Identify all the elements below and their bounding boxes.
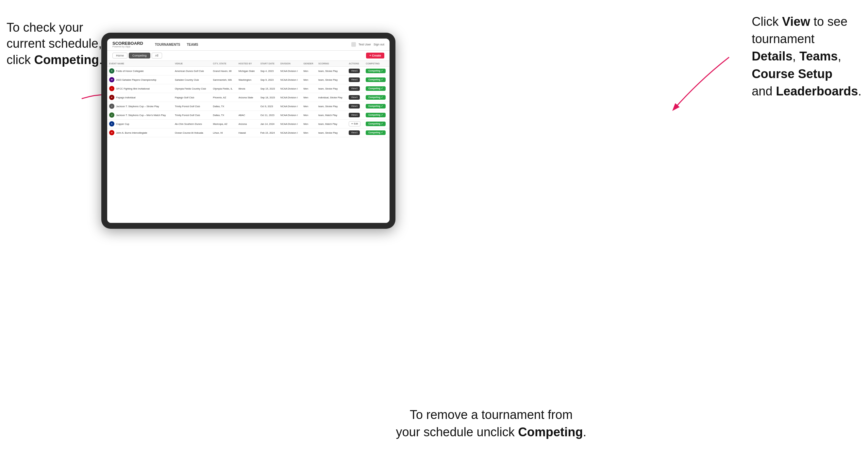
tab-home[interactable]: Home [113, 53, 127, 59]
create-button[interactable]: + Create [366, 53, 384, 59]
team-logo: S [109, 68, 114, 73]
cell-division: NCAA Division I [278, 102, 301, 111]
tablet-screen: SCOREBOARD Powered by clippi TOURNAMENTS… [107, 38, 390, 223]
table-row: J Jackson T. Stephens Cup – Men's Match … [107, 111, 390, 120]
cell-division: NCAA Division I [278, 84, 301, 93]
event-name-text: Folds of Honor Collegiate [116, 70, 144, 72]
competing-button[interactable]: Competing ✓ [366, 86, 385, 91]
nav-links: TOURNAMENTS TEAMS [155, 43, 198, 46]
cell-hosted-by [237, 102, 258, 111]
competing-button[interactable]: Competing ✓ [366, 122, 385, 126]
cell-division: NCAA Division I [278, 93, 301, 102]
cell-venue: Trinity Forest Golf Club [173, 102, 211, 111]
cell-competing: Competing ✓ [364, 93, 390, 102]
event-name-text: John A. Burns Intercollegiate [116, 131, 147, 134]
table-row: I OFCC Fighting Illini Invitational Olym… [107, 84, 390, 93]
team-logo: I [109, 86, 114, 91]
cell-hosted-by: ABAC [237, 111, 258, 120]
app-header: SCOREBOARD Powered by clippi TOURNAMENTS… [107, 38, 390, 51]
cell-division: NCAA Division I [278, 120, 301, 128]
nav-tournaments[interactable]: TOURNAMENTS [155, 43, 180, 46]
cell-event-name: H John A. Burns Intercollegiate [107, 128, 173, 137]
competing-button[interactable]: Competing ✓ [366, 113, 385, 117]
table-row: W 2023 Sahalee Players Championship Saha… [107, 75, 390, 84]
view-button[interactable]: View ℹ [349, 69, 360, 73]
cell-event-name: W 2023 Sahalee Players Championship [107, 75, 173, 84]
cell-competing: Competing ✓ [364, 84, 390, 93]
arrow-to-view-button [667, 54, 733, 113]
view-button[interactable]: View ℹ [349, 130, 360, 135]
cell-actions: View ℹ [347, 67, 364, 75]
table-row: S Folds of Honor Collegiate American Dun… [107, 67, 390, 75]
cell-start-date: Sep 15, 2023 [258, 84, 278, 93]
cell-event-name: P Papago Individual [107, 93, 173, 102]
cell-event-name: J Jackson T. Stephens Cup – Men's Match … [107, 111, 173, 120]
competing-button[interactable]: Competing ✓ [366, 95, 385, 100]
tournaments-table: EVENT NAME VENUE CITY, STATE HOSTED BY S… [107, 61, 390, 137]
cell-division: NCAA Division I [278, 111, 301, 120]
table-row: P Papago Individual Papago Golf ClubPhoe… [107, 93, 390, 102]
cell-start-date: Sep 18, 2023 [258, 93, 278, 102]
col-gender: GENDER [302, 61, 317, 67]
user-icon [351, 42, 356, 47]
competing-button[interactable]: Competing ✓ [366, 77, 385, 82]
cell-gender: Men [302, 102, 317, 111]
view-button[interactable]: View ℹ [349, 86, 360, 91]
cell-competing: Competing ✓ [364, 111, 390, 120]
cell-city-state: Dallas, TX [211, 111, 237, 120]
annotation-bottom: To remove a tournament from your schedul… [396, 406, 586, 441]
cell-actions: View ℹ [347, 93, 364, 102]
col-scoring: SCORING [316, 61, 347, 67]
logo-text: SCOREBOARD [113, 41, 143, 45]
edit-button[interactable]: ✏ Edit [349, 121, 361, 126]
table-row: H John A. Burns Intercollegiate Ocean Co… [107, 128, 390, 137]
tab-all[interactable]: All [152, 53, 162, 59]
filter-bar: Home Competing All + Create [107, 51, 390, 61]
tab-competing[interactable]: Competing [129, 53, 150, 59]
cell-actions: View ℹ [347, 75, 364, 84]
view-button[interactable]: View ℹ [349, 77, 360, 82]
cell-event-name: S Folds of Honor Collegiate [107, 67, 173, 75]
cell-division: NCAA Division I [278, 75, 301, 84]
col-venue: VENUE [173, 61, 211, 67]
cell-actions: ✏ Edit [347, 120, 364, 128]
team-logo: A [109, 121, 114, 126]
competing-button[interactable]: Competing ✓ [366, 104, 385, 108]
view-button[interactable]: View ℹ [349, 104, 360, 108]
logo: SCOREBOARD Powered by clippi [113, 41, 143, 48]
cell-actions: View ℹ [347, 111, 364, 120]
col-start-date: START DATE [258, 61, 278, 67]
competing-button[interactable]: Competing ✓ [366, 130, 385, 135]
cell-actions: View ℹ [347, 128, 364, 137]
cell-gender: Men [302, 128, 317, 137]
view-button[interactable]: View ℹ [349, 113, 360, 117]
cell-scoring: team, Match Play [316, 111, 347, 120]
cell-scoring: team, Stroke Play [316, 102, 347, 111]
cell-competing: Competing ✓ [364, 75, 390, 84]
cell-actions: View ℹ [347, 84, 364, 93]
cell-start-date: Oct 11, 2023 [258, 111, 278, 120]
annotation-top-right: Click View to see tournament Details, Te… [752, 13, 862, 100]
table-row: J Jackson T. Stephens Cup – Stroke Play … [107, 102, 390, 111]
tournaments-table-container: EVENT NAME VENUE CITY, STATE HOSTED BY S… [107, 61, 390, 223]
logo-sub: Powered by clippi [113, 45, 143, 48]
cell-scoring: team, Stroke Play [316, 84, 347, 93]
cell-venue: Ocean Course At Hokuala [173, 128, 211, 137]
table-row: A Copper Cup Ak-Chin Southern DunesMaric… [107, 120, 390, 128]
cell-hosted-by: Illinois [237, 84, 258, 93]
view-button[interactable]: View ℹ [349, 95, 360, 100]
cell-venue: Trinity Forest Golf Club [173, 111, 211, 120]
cell-gender: Men [302, 93, 317, 102]
cell-venue: American Dunes Golf Club [173, 67, 211, 75]
cell-scoring: individual, Stroke Play [316, 93, 347, 102]
cell-gender: Men [302, 120, 317, 128]
cell-city-state: Maricopa, AZ [211, 120, 237, 128]
team-logo: J [109, 103, 114, 109]
sign-out-link[interactable]: Sign out [374, 43, 384, 46]
cell-actions: View ℹ [347, 102, 364, 111]
cell-scoring: team, Stroke Play [316, 67, 347, 75]
nav-teams[interactable]: TEAMS [187, 43, 198, 46]
logo-area: SCOREBOARD Powered by clippi TOURNAMENTS… [113, 41, 198, 48]
competing-button[interactable]: Competing ✓ [366, 69, 385, 73]
cell-competing: Competing ✓ [364, 67, 390, 75]
